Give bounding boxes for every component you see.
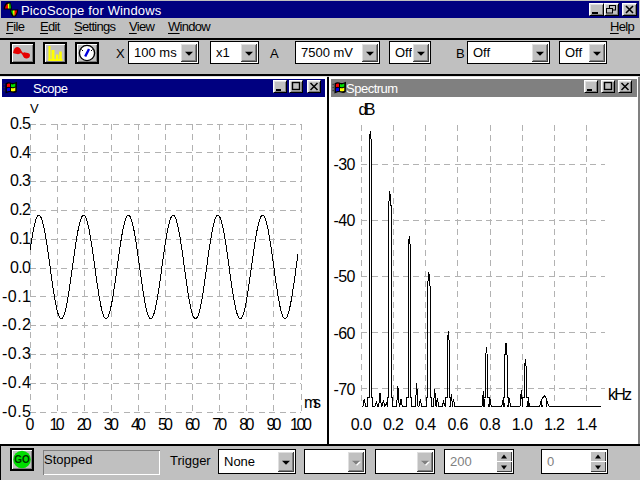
svg-text:-0.4: -0.4 xyxy=(2,374,31,391)
svg-text:90: 90 xyxy=(266,416,281,433)
svg-text:100: 100 xyxy=(290,416,312,433)
svg-text:0.0: 0.0 xyxy=(10,259,31,276)
svg-text:0.4: 0.4 xyxy=(10,144,31,161)
svg-text:30: 30 xyxy=(104,416,119,433)
svg-text:-40: -40 xyxy=(334,212,356,229)
svg-text:0.2: 0.2 xyxy=(383,416,404,433)
svg-text:0: 0 xyxy=(26,416,35,433)
svg-text:-0.1: -0.1 xyxy=(2,288,31,305)
svg-text:-70: -70 xyxy=(334,381,356,398)
svg-text:dB: dB xyxy=(359,101,376,118)
svg-text:0.1: 0.1 xyxy=(10,230,31,247)
svg-text:10: 10 xyxy=(50,416,65,433)
svg-text:ms: ms xyxy=(304,394,321,411)
svg-text:0.8: 0.8 xyxy=(480,416,501,433)
svg-text:1.4: 1.4 xyxy=(576,416,597,433)
svg-text:0.5: 0.5 xyxy=(10,115,31,132)
svg-text:-60: -60 xyxy=(334,325,356,342)
svg-text:40: 40 xyxy=(131,416,146,433)
svg-text:GO: GO xyxy=(14,454,30,465)
svg-text:0.4: 0.4 xyxy=(415,416,436,433)
svg-text:-30: -30 xyxy=(334,156,356,173)
svg-text:60: 60 xyxy=(185,416,200,433)
svg-text:20: 20 xyxy=(77,416,92,433)
svg-text:kHz: kHz xyxy=(608,386,632,403)
svg-text:V: V xyxy=(30,101,39,116)
svg-text:70: 70 xyxy=(212,416,227,433)
svg-text:1.2: 1.2 xyxy=(544,416,565,433)
svg-text:0.6: 0.6 xyxy=(447,416,468,433)
svg-text:-50: -50 xyxy=(334,268,356,285)
svg-text:50: 50 xyxy=(158,416,173,433)
svg-text:0.0: 0.0 xyxy=(351,416,372,433)
svg-text:0.3: 0.3 xyxy=(10,172,31,189)
svg-text:0.2: 0.2 xyxy=(10,201,31,218)
svg-text:-0.3: -0.3 xyxy=(2,345,31,362)
svg-text:80: 80 xyxy=(239,416,254,433)
svg-text:-0.2: -0.2 xyxy=(2,316,31,333)
svg-text:1.0: 1.0 xyxy=(512,416,533,433)
